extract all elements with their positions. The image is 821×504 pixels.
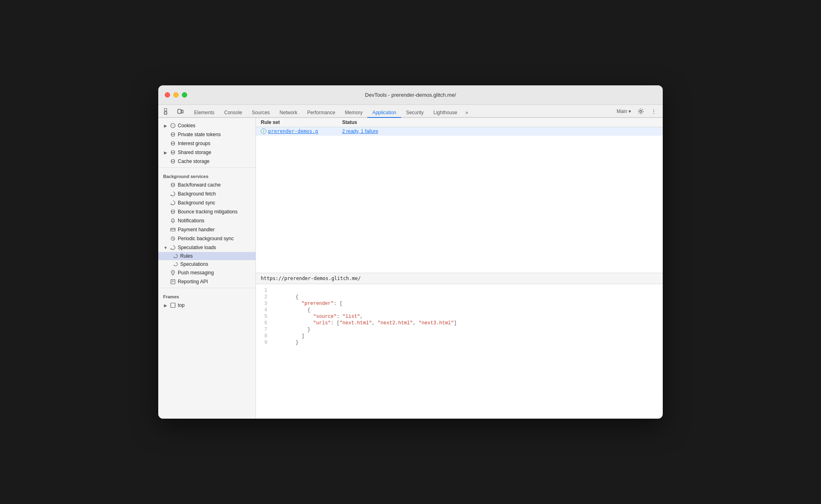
- line-number: 3: [256, 301, 272, 306]
- sidebar-item-push-messaging[interactable]: Push messaging: [158, 268, 255, 277]
- speculations-icon: [173, 261, 179, 267]
- back-forward-cache-icon: [170, 182, 176, 188]
- traffic-lights: [165, 92, 187, 98]
- top-frame-icon: [170, 302, 176, 308]
- svg-rect-19: [171, 303, 175, 308]
- sidebar-item-top[interactable]: ▶ top: [158, 301, 255, 310]
- code-line: 9 }: [256, 339, 663, 346]
- tab-lighthouse[interactable]: Lighthouse: [428, 108, 462, 118]
- sidebar-sub-rules-label: Rules: [180, 253, 193, 259]
- reporting-api-icon: [170, 278, 176, 285]
- svg-point-17: [172, 272, 173, 272]
- code-line: 2 {: [256, 294, 663, 300]
- tab-memory[interactable]: Memory: [340, 108, 367, 118]
- line-content: {: [272, 307, 663, 313]
- table-row[interactable]: i prerender-demos.g 2 ready, 1 failure: [256, 127, 663, 136]
- code-line: 7 }: [256, 326, 663, 333]
- sidebar-sub-item-rules[interactable]: Rules: [158, 252, 255, 260]
- background-sync-icon: [170, 200, 176, 206]
- frames-section-label: Frames: [158, 291, 255, 301]
- rules-icon: [173, 253, 179, 259]
- minimize-button[interactable]: [173, 92, 179, 98]
- sidebar-payment-handler-label: Payment handler: [178, 227, 252, 232]
- code-line: 5 "source": "list",: [256, 313, 663, 320]
- svg-rect-15: [171, 228, 175, 231]
- sidebar-item-payment-handler[interactable]: Payment handler: [158, 225, 255, 234]
- line-content: }: [272, 327, 663, 332]
- ruleset-cell: i prerender-demos.g: [261, 128, 342, 134]
- expand-speculative-loads-icon: ▼: [163, 245, 168, 250]
- tab-console[interactable]: Console: [219, 108, 247, 118]
- svg-point-11: [171, 151, 175, 153]
- sidebar-item-speculative-loads[interactable]: ▼ Speculative loads: [158, 243, 255, 252]
- main-dropdown[interactable]: Main ▾: [614, 108, 633, 115]
- line-content: {: [272, 294, 663, 300]
- bounce-tracking-icon: [170, 209, 176, 215]
- sidebar-notifications-label: Notifications: [178, 218, 252, 224]
- periodic-background-sync-icon: [170, 235, 176, 242]
- window-title: DevTools - prerender-demos.glitch.me/: [365, 92, 456, 98]
- svg-rect-0: [164, 109, 167, 111]
- titlebar: DevTools - prerender-demos.glitch.me/: [158, 85, 663, 105]
- sidebar-item-shared-storage[interactable]: ▶ Shared storage: [158, 148, 255, 157]
- line-number: 4: [256, 307, 272, 313]
- svg-rect-2: [178, 109, 181, 113]
- more-options-icon[interactable]: ⋮: [648, 106, 659, 117]
- svg-point-6: [172, 125, 172, 126]
- push-messaging-icon: [170, 269, 176, 276]
- sidebar-periodic-background-sync-label: Periodic background sync: [178, 236, 252, 241]
- sidebar-item-background-fetch[interactable]: Background fetch: [158, 189, 255, 198]
- table-body: i prerender-demos.g 2 ready, 1 failure: [256, 127, 663, 273]
- tab-performance[interactable]: Performance: [302, 108, 340, 118]
- background-fetch-icon: [170, 191, 176, 197]
- close-button[interactable]: [165, 92, 170, 98]
- sidebar-background-sync-label: Background sync: [178, 200, 252, 206]
- sidebar-item-periodic-background-sync[interactable]: Periodic background sync: [158, 234, 255, 243]
- line-content: ]: [272, 333, 663, 339]
- sidebar-item-notifications[interactable]: Notifications: [158, 216, 255, 225]
- sidebar-item-reporting-api[interactable]: Reporting API: [158, 277, 255, 286]
- cookies-icon: [170, 122, 176, 129]
- svg-point-8: [174, 125, 174, 125]
- line-content: }: [272, 340, 663, 345]
- sidebar-cache-storage-label: Cache storage: [178, 159, 252, 164]
- expand-cookies-icon: ▶: [163, 123, 168, 128]
- sidebar-item-cache-storage[interactable]: Cache storage: [158, 157, 255, 166]
- line-number: 1: [256, 288, 272, 293]
- cache-storage-icon: [170, 158, 176, 165]
- main-layout: ▶ Cookies Private state tokens: [158, 118, 663, 419]
- settings-icon[interactable]: [635, 106, 646, 117]
- sidebar-item-back-forward-cache[interactable]: Back/forward cache: [158, 180, 255, 189]
- sidebar-item-background-sync[interactable]: Background sync: [158, 198, 255, 207]
- sidebar: ▶ Cookies Private state tokens: [158, 118, 256, 419]
- line-content: [272, 288, 663, 293]
- info-icon: i: [261, 128, 266, 134]
- sidebar-sub-item-speculations[interactable]: Speculations: [158, 260, 255, 268]
- sidebar-shared-storage-label: Shared storage: [178, 150, 252, 155]
- tab-elements[interactable]: Elements: [189, 108, 219, 118]
- sidebar-back-forward-cache-label: Back/forward cache: [178, 182, 252, 188]
- svg-point-4: [640, 111, 642, 113]
- code-line: 1: [256, 287, 663, 294]
- line-content: "source": "list",: [272, 314, 663, 319]
- inspect-icon[interactable]: [162, 106, 173, 117]
- sidebar-item-cookies[interactable]: ▶ Cookies: [158, 121, 255, 130]
- device-toolbar-icon[interactable]: [175, 106, 186, 117]
- tab-application[interactable]: Application: [367, 108, 401, 118]
- sidebar-cookies-label: Cookies: [178, 123, 252, 128]
- tab-sources[interactable]: Sources: [247, 108, 275, 118]
- tab-network[interactable]: Network: [275, 108, 302, 118]
- sidebar-private-state-tokens-label: Private state tokens: [178, 132, 252, 137]
- content-panel: Rule set Status i prerender-demos.g 2 re…: [256, 118, 663, 419]
- more-tabs-button[interactable]: »: [462, 108, 472, 117]
- sidebar-item-private-state-tokens[interactable]: Private state tokens: [158, 130, 255, 139]
- sidebar-item-interest-groups[interactable]: Interest groups: [158, 139, 255, 148]
- sidebar-reporting-api-label: Reporting API: [178, 279, 252, 285]
- tab-security[interactable]: Security: [401, 108, 428, 118]
- sidebar-item-bounce-tracking[interactable]: Bounce tracking mitigations: [158, 207, 255, 216]
- status-cell[interactable]: 2 ready, 1 failure: [342, 128, 658, 134]
- line-number: 9: [256, 340, 272, 345]
- svg-point-12: [171, 160, 175, 162]
- maximize-button[interactable]: [182, 92, 187, 98]
- sidebar-push-messaging-label: Push messaging: [178, 270, 252, 276]
